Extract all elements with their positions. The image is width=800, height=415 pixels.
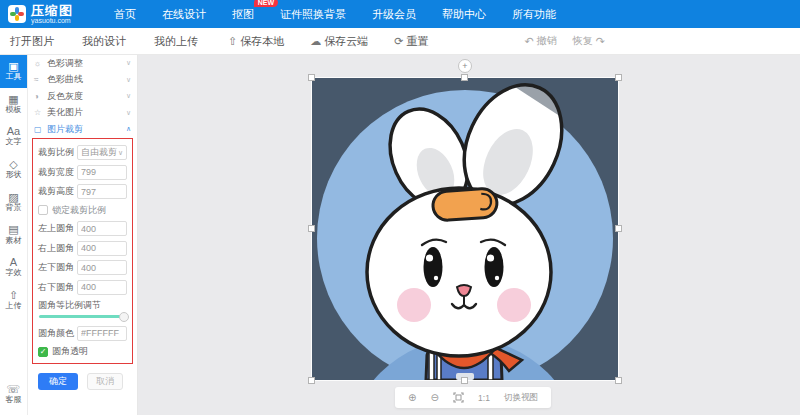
chevron-down-icon: ∨ xyxy=(118,149,123,157)
move-handle[interactable]: + xyxy=(458,59,472,73)
section-invert-grayscale[interactable]: ◑ 反色灰度 ∨ xyxy=(28,88,137,105)
text-icon: Aa xyxy=(7,125,20,137)
section-color-adjust[interactable]: ☼ 色彩调整 ∨ xyxy=(28,55,137,72)
top-navbar: 压缩图 yasuotu.com 首页 在线设计 抠图 NEW 证件照换背景 升级… xyxy=(0,0,800,28)
zoom-in-icon[interactable]: ⊕ xyxy=(408,392,416,403)
confirm-button[interactable]: 确定 xyxy=(38,373,78,390)
crop-ratio-select[interactable]: 自由裁剪 ∨ xyxy=(77,145,127,160)
save-cloud-button[interactable]: ☁ 保存云端 xyxy=(310,34,368,49)
app-logo[interactable]: 压缩图 yasuotu.com xyxy=(8,4,100,24)
reset-icon: ⟳ xyxy=(394,35,403,48)
crop-height-input[interactable] xyxy=(77,184,127,199)
lock-ratio-checkbox[interactable] xyxy=(38,205,48,215)
sidebar-item-text[interactable]: Aa 文字 xyxy=(0,120,27,153)
corner-color-input[interactable] xyxy=(77,326,127,341)
corner-tl-input[interactable] xyxy=(77,221,127,236)
sidebar-item-templates[interactable]: ▦ 模板 xyxy=(0,88,27,121)
crop-ratio-label: 裁剪比例 xyxy=(38,146,74,159)
sidebar-item-materials[interactable]: ▤ 素材 xyxy=(0,218,27,251)
tool-sidebar: ▣ 工具 ▦ 模板 Aa 文字 ◇ 形状 ▨ 背景 ▤ 素材 A 字效 ⇧ 上传… xyxy=(0,55,28,415)
crop-width-input[interactable] xyxy=(77,165,127,180)
app-domain: yasuotu.com xyxy=(31,17,73,24)
corner-transparent-label: 圆角透明 xyxy=(52,345,88,358)
background-icon: ▨ xyxy=(8,191,18,203)
sidebar-item-text-effects[interactable]: A 字效 xyxy=(0,251,27,284)
upload-icon: ⇧ xyxy=(9,289,18,301)
cancel-button[interactable]: 取消 xyxy=(87,373,123,390)
nav-help-center[interactable]: 帮助中心 xyxy=(442,7,486,22)
lock-ratio-checkbox-row[interactable]: 锁定裁剪比例 xyxy=(38,204,127,217)
my-uploads-button[interactable]: 我的上传 xyxy=(154,34,198,49)
crop-height-label: 裁剪高度 xyxy=(38,185,74,198)
corner-transparent-checkbox[interactable]: ✓ xyxy=(38,347,48,357)
resize-handle-top-right[interactable] xyxy=(615,74,622,81)
shape-icon: ◇ xyxy=(9,158,17,170)
slider-knob[interactable] xyxy=(119,312,129,322)
resize-handle-bottom-left[interactable] xyxy=(308,377,315,384)
corner-tl-label: 左上圆角 xyxy=(38,222,74,235)
nav-id-photo-bg[interactable]: 证件照换背景 xyxy=(280,7,346,22)
resize-handle-bottom-center[interactable] xyxy=(461,377,468,384)
view-toolbar: ⊕ ⊖ 1:1 切换视图 xyxy=(395,387,551,408)
nav-cutout[interactable]: 抠图 NEW xyxy=(232,7,254,22)
editor-canvas[interactable]: + ⊕ ⊖ 1:1 切换视图 xyxy=(139,55,800,415)
switch-view-button[interactable]: 切换视图 xyxy=(504,392,538,404)
nav-upgrade-vip[interactable]: 升级会员 xyxy=(372,7,416,22)
resize-handle-top-center[interactable] xyxy=(461,74,468,81)
resize-handle-bottom-right[interactable] xyxy=(615,377,622,384)
corner-bl-input[interactable] xyxy=(77,260,127,275)
corner-color-label: 圆角颜色 xyxy=(38,327,74,340)
crop-width-label: 裁剪宽度 xyxy=(38,166,74,179)
corner-radius-slider[interactable] xyxy=(39,315,126,318)
chevron-down-icon: ∨ xyxy=(126,92,131,100)
nav-home[interactable]: 首页 xyxy=(114,7,136,22)
rabbit-image[interactable]: + xyxy=(312,78,618,380)
rabbit-artwork xyxy=(312,78,618,380)
adjustment-panel: ☼ 色彩调整 ∨ ≈ 色彩曲线 ∨ ◑ 反色灰度 ∨ ☆ 美化图片 ∨ ▢ 图片… xyxy=(28,55,138,415)
chevron-down-icon: ∨ xyxy=(126,109,131,117)
corner-tr-label: 右上圆角 xyxy=(38,242,74,255)
reset-button[interactable]: ⟳ 重置 xyxy=(394,34,428,49)
fit-screen-icon[interactable] xyxy=(453,392,464,403)
corner-br-input[interactable] xyxy=(77,280,127,295)
resize-handle-mid-right[interactable] xyxy=(615,225,622,232)
color-adjust-icon: ☼ xyxy=(34,59,43,68)
sidebar-item-background[interactable]: ▨ 背景 xyxy=(0,186,27,219)
corner-bl-label: 左下圆角 xyxy=(38,261,74,274)
resize-handle-mid-left[interactable] xyxy=(308,225,315,232)
sidebar-item-shapes[interactable]: ◇ 形状 xyxy=(0,153,27,186)
redo-icon: ↷ xyxy=(596,35,605,48)
nav-all-features[interactable]: 所有功能 xyxy=(512,7,556,22)
my-designs-button[interactable]: 我的设计 xyxy=(82,34,126,49)
zoom-out-icon[interactable]: ⊖ xyxy=(431,392,439,403)
app-title: 压缩图 xyxy=(31,4,73,17)
material-image-icon: ▤ xyxy=(8,223,18,235)
zoom-1to1-button[interactable]: 1:1 xyxy=(478,393,490,403)
save-local-button[interactable]: ⇧ 保存本地 xyxy=(228,34,284,49)
main-nav: 首页 在线设计 抠图 NEW 证件照换背景 升级会员 帮助中心 所有功能 xyxy=(114,7,556,22)
open-image-button[interactable]: 打开图片 xyxy=(10,34,54,49)
curve-icon: ≈ xyxy=(34,75,43,84)
section-color-curve[interactable]: ≈ 色彩曲线 ∨ xyxy=(28,72,137,89)
headset-icon: ☏ xyxy=(7,383,21,395)
redo-button[interactable]: 恢复 ↷ xyxy=(573,34,605,48)
section-beautify[interactable]: ☆ 美化图片 ∨ xyxy=(28,105,137,122)
nav-online-design[interactable]: 在线设计 xyxy=(162,7,206,22)
sidebar-item-upload[interactable]: ⇧ 上传 xyxy=(0,284,27,317)
corner-tr-input[interactable] xyxy=(77,241,127,256)
chevron-up-icon: ∧ xyxy=(126,125,131,133)
chevron-down-icon: ∨ xyxy=(126,59,131,67)
sidebar-item-support[interactable]: ☏ 客服 xyxy=(0,378,27,411)
chevron-down-icon: ∨ xyxy=(126,76,131,84)
section-image-crop[interactable]: ▢ 图片裁剪 ∧ xyxy=(28,121,137,138)
beautify-icon: ☆ xyxy=(34,108,43,117)
crop-icon: ▢ xyxy=(34,125,43,134)
logo-plus-icon xyxy=(8,5,26,23)
corner-transparent-row[interactable]: ✓ 圆角透明 xyxy=(38,345,127,358)
template-grid-icon: ▦ xyxy=(8,93,18,105)
undo-button[interactable]: ↶ 撤销 xyxy=(524,34,556,48)
resize-handle-top-left[interactable] xyxy=(308,74,315,81)
sidebar-item-tools[interactable]: ▣ 工具 xyxy=(0,55,27,88)
editor-toolbar: 打开图片 我的设计 我的上传 ⇧ 保存本地 ☁ 保存云端 ⟳ 重置 ↶ 撤销 恢… xyxy=(0,28,800,55)
corner-slider-label: 圆角等比例调节 xyxy=(38,299,127,312)
